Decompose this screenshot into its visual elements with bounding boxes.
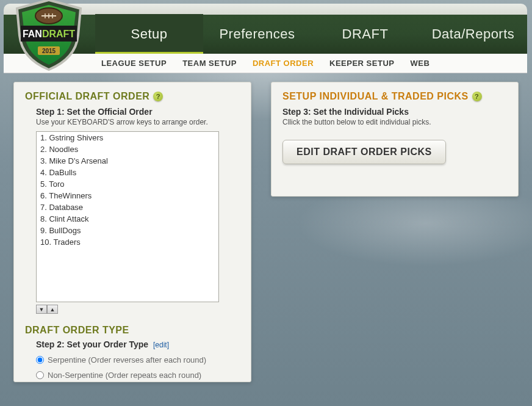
step3-title: Step 3: Set the Individual Picks bbox=[282, 107, 507, 117]
panel-title-individual: SETUP INDIVIDUAL & TRADED PICKS ? bbox=[282, 91, 507, 102]
tab-setup[interactable]: Setup bbox=[95, 14, 203, 54]
list-item[interactable]: 8. Clint Attack bbox=[37, 213, 218, 225]
subtab-keeper-setup[interactable]: KEEPER SETUP bbox=[329, 59, 394, 68]
list-item[interactable]: 10. Traders bbox=[37, 236, 218, 248]
step1-subtitle: Use your KEYBOARD'S arrow keys to arrang… bbox=[36, 118, 240, 126]
list-item[interactable]: 9. BullDogs bbox=[37, 225, 218, 236]
list-item[interactable]: 1. Gstring Shivers bbox=[37, 132, 218, 143]
edit-order-type-link[interactable]: [edit] bbox=[153, 341, 169, 349]
move-down-button[interactable]: ▼ bbox=[36, 305, 47, 314]
draft-order-listbox[interactable]: 1. Gstring Shivers2. Noodles3. Mike D's … bbox=[36, 131, 219, 302]
step3-subtitle: Cllick the button below to edit individu… bbox=[282, 118, 507, 126]
subtab-team-setup[interactable]: TEAM SETUP bbox=[182, 59, 237, 68]
logo-year: 2015 bbox=[42, 48, 56, 54]
panel-official-draft-order: OFFICIAL DRAFT ORDER ? Step 1: Set the O… bbox=[13, 82, 251, 382]
list-item[interactable]: 2. Noodles bbox=[37, 143, 218, 155]
radio-nonserpentine-label: Non-Serpentine (Order repeats each round… bbox=[48, 371, 201, 380]
help-icon[interactable]: ? bbox=[153, 92, 163, 101]
subtab-draft-order[interactable]: DRAFT ORDER bbox=[253, 59, 314, 68]
step2-title-text: Step 2: Set your Order Type bbox=[36, 339, 148, 349]
section-title-order-type: DRAFT ORDER TYPE bbox=[25, 325, 240, 336]
step1-title: Step 1: Set the Official Order bbox=[36, 107, 240, 117]
help-icon[interactable]: ? bbox=[472, 92, 482, 101]
edit-draft-order-picks-button[interactable]: EDIT DRAFT ORDER PICKS bbox=[282, 140, 446, 164]
list-item[interactable]: 7. Database bbox=[37, 201, 218, 213]
list-item[interactable]: 4. DaBulls bbox=[37, 167, 218, 178]
svg-text:FANDRAFT: FANDRAFT bbox=[23, 29, 75, 39]
panel-title-official: OFFICIAL DRAFT ORDER ? bbox=[25, 91, 240, 102]
subtab-league-setup[interactable]: LEAGUE SETUP bbox=[101, 59, 167, 68]
radio-nonserpentine[interactable] bbox=[36, 371, 44, 379]
radio-serpentine-row[interactable]: Serpentine (Order reverses after each ro… bbox=[36, 355, 240, 364]
tab-data-reports[interactable]: Data/Reports bbox=[419, 14, 527, 54]
list-item[interactable]: 3. Mike D's Arsenal bbox=[37, 155, 218, 167]
move-up-button[interactable]: ▲ bbox=[47, 305, 58, 314]
subtab-web[interactable]: WEB bbox=[410, 59, 430, 68]
radio-nonserpentine-row[interactable]: Non-Serpentine (Order repeats each round… bbox=[36, 371, 240, 380]
panel-title-individual-text: SETUP INDIVIDUAL & TRADED PICKS bbox=[282, 91, 469, 102]
panel-title-text: OFFICIAL DRAFT ORDER bbox=[25, 91, 149, 102]
radio-serpentine[interactable] bbox=[36, 356, 44, 364]
panel-individual-picks: SETUP INDIVIDUAL & TRADED PICKS ? Step 3… bbox=[271, 82, 519, 197]
tab-draft[interactable]: DRAFT bbox=[311, 14, 419, 54]
app-logo: FANDRAFT 2015 bbox=[6, 0, 92, 74]
list-item[interactable]: 5. Toro bbox=[37, 178, 218, 190]
step2-title: Step 2: Set your Order Type [edit] bbox=[36, 339, 240, 349]
list-item[interactable]: 6. TheWinners bbox=[37, 190, 218, 201]
radio-serpentine-label: Serpentine (Order reverses after each ro… bbox=[48, 355, 206, 364]
tab-preferences[interactable]: Preferences bbox=[203, 14, 311, 54]
